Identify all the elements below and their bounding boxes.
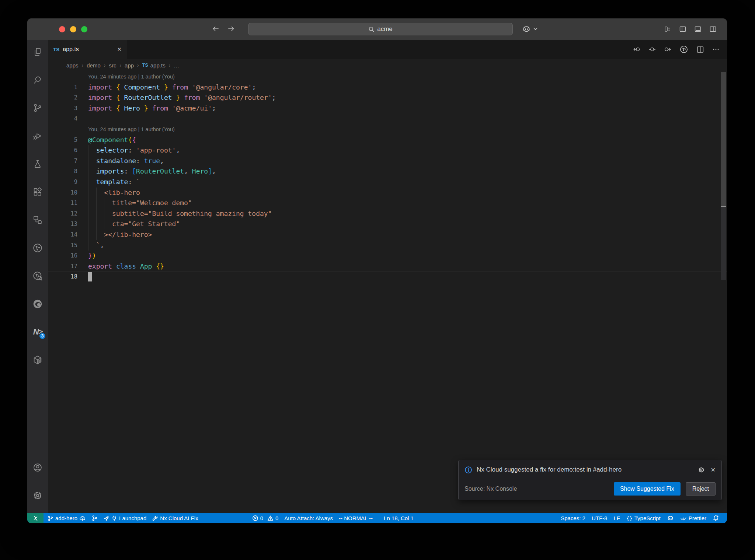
auto-attach-item[interactable]: Auto Attach: Always (284, 515, 333, 521)
toggle-panel-icon[interactable] (694, 25, 702, 33)
scrollbar-thumb[interactable] (721, 72, 726, 206)
tab-close-icon[interactable]: ✕ (117, 46, 122, 53)
code-line-7[interactable]: 7 standalone: true, (48, 156, 727, 167)
language-mode-item[interactable]: {} TypeScript (626, 515, 661, 521)
code-line-18[interactable]: 18 (48, 272, 727, 282)
code-line-13[interactable]: 13 cta="Get Started" (48, 219, 727, 230)
notification-toast: Nx Cloud suggested a fix for demo:test i… (458, 460, 722, 500)
code-line-5[interactable]: 5@Component({ (48, 135, 727, 146)
tab-app-ts[interactable]: TS app.ts ✕ (48, 40, 127, 59)
blame-annotation[interactable]: You, 24 minutes ago | 1 author (You) (48, 124, 727, 135)
code-line-15[interactable]: 15 `, (48, 240, 727, 251)
code-line-1[interactable]: 1import { Component } from '@angular/cor… (48, 82, 727, 93)
plug-icon (111, 515, 117, 521)
chevron-right-icon: › (137, 62, 139, 68)
customize-layout-icon[interactable] (664, 25, 671, 33)
code-line-6[interactable]: 6 selector: 'app-root', (48, 145, 727, 156)
copilot-menu[interactable] (522, 25, 537, 34)
zoom-window-button[interactable] (81, 26, 87, 32)
code-line-16[interactable]: 16}) (48, 251, 727, 261)
reject-button[interactable]: Reject (686, 482, 716, 495)
problems-item[interactable]: 0 0 (252, 515, 279, 521)
braces-icon: {} (626, 515, 633, 521)
copilot-icon (522, 25, 531, 34)
search-sidebar-icon[interactable] (32, 74, 43, 85)
editor-scrollbar[interactable] (721, 71, 726, 513)
remote-indicator[interactable] (27, 513, 44, 523)
code-line-4[interactable]: 4 (48, 113, 727, 124)
project-graph-icon[interactable] (32, 242, 43, 253)
cloud-upload-icon (79, 515, 86, 521)
formatter-item[interactable]: Prettier (680, 515, 706, 521)
breadcrumb-item[interactable]: … (174, 62, 179, 69)
nx-cloud-ai-fix-item[interactable]: Nx Cloud AI Fix (152, 515, 198, 521)
code-line-11[interactable]: 11 title="Welcmoe demo" (48, 198, 727, 209)
toggle-sidebar-right-icon[interactable] (709, 25, 717, 33)
code-line-8[interactable]: 8 imports: [RouterOutlet, Hero], (48, 166, 727, 177)
code-line-14[interactable]: 14 ></lib-hero> (48, 230, 727, 240)
container-package-icon[interactable] (32, 354, 43, 365)
code-line-3[interactable]: 3import { Hero } from '@acme/ui'; (48, 103, 727, 114)
navigate-forward-icon[interactable] (227, 25, 235, 33)
graph-circle-icon[interactable] (679, 45, 688, 54)
tab-label: app.ts (63, 46, 79, 53)
eol-item[interactable]: LF (613, 515, 620, 521)
breadcrumb-item[interactable]: apps (66, 62, 79, 69)
navigate-back-icon[interactable] (212, 25, 220, 33)
source-control-icon[interactable] (32, 102, 43, 113)
next-change-icon[interactable] (664, 46, 671, 53)
commit-graph-item[interactable] (91, 515, 98, 521)
code-line-9[interactable]: 9 template: ` (48, 177, 727, 188)
close-window-button[interactable] (59, 26, 65, 32)
show-suggested-fix-button[interactable]: Show Suggested Fix (614, 482, 681, 495)
status-bar: add-hero Launchpad Nx Cloud AI Fix 0 0 (27, 513, 727, 523)
edge-browser-icon[interactable] (32, 298, 43, 309)
tab-bar: TS app.ts ✕ (48, 40, 727, 59)
code-line-12[interactable]: 12 subtitle="Build something amazing tod… (48, 209, 727, 219)
encoding-item[interactable]: UTF-8 (592, 515, 608, 521)
explorer-icon[interactable] (32, 46, 43, 57)
commit-node-icon[interactable] (648, 46, 656, 53)
typescript-file-icon: TS (53, 47, 59, 52)
graph-search-icon[interactable] (32, 270, 43, 281)
minimize-window-button[interactable] (70, 26, 76, 32)
chevron-right-icon: › (169, 62, 171, 68)
vim-mode-item[interactable]: -- NORMAL -- (339, 515, 373, 521)
toggle-sidebar-left-icon[interactable] (679, 25, 686, 33)
breadcrumb-item[interactable]: app (125, 62, 134, 69)
code-line-2[interactable]: 2import { RouterOutlet } from '@angular/… (48, 92, 727, 103)
split-editor-icon[interactable] (696, 46, 704, 53)
nx-console-icon[interactable]: N>3 (32, 326, 43, 337)
breadcrumb-item[interactable]: src (109, 62, 116, 69)
more-actions-icon[interactable] (712, 46, 720, 53)
rocket-icon (104, 515, 109, 521)
account-icon[interactable] (32, 462, 43, 473)
breadcrumb-item[interactable]: app.ts (150, 62, 166, 69)
code-line-10[interactable]: 10 <lib-hero (48, 188, 727, 198)
blame-annotation[interactable]: You, 24 minutes ago | 1 author (You) (48, 71, 727, 82)
settings-gear-icon[interactable] (32, 490, 43, 501)
cursor-position-item[interactable]: Ln 18, Col 1 (384, 515, 414, 521)
extensions-icon[interactable] (32, 186, 43, 197)
run-debug-icon[interactable] (32, 130, 43, 141)
chevron-right-icon: › (82, 62, 84, 68)
info-icon (465, 466, 472, 474)
double-check-icon (680, 515, 687, 521)
error-icon (252, 515, 258, 521)
code-editor[interactable]: You, 24 minutes ago | 1 author (You)1imp… (48, 71, 727, 513)
notification-close-icon[interactable]: ✕ (711, 466, 716, 473)
indentation-item[interactable]: Spaces: 2 (561, 515, 585, 521)
testing-icon[interactable] (32, 158, 43, 169)
launchpad-item[interactable]: Launchpad (104, 515, 146, 521)
copilot-status-icon[interactable] (667, 515, 674, 522)
related-views-icon[interactable] (32, 214, 43, 225)
previous-change-icon[interactable] (633, 46, 640, 53)
notifications-bell-icon[interactable] (713, 515, 719, 521)
git-branch-item[interactable]: add-hero (48, 515, 86, 521)
code-line-17[interactable]: 17export class App {} (48, 261, 727, 272)
notification-source: Source: Nx Console (465, 486, 614, 492)
command-center[interactable]: acme (248, 23, 513, 35)
notification-title: Nx Cloud suggested a fix for demo:test i… (477, 466, 693, 473)
breadcrumb-item[interactable]: demo (87, 62, 101, 69)
notification-settings-gear-icon[interactable] (698, 466, 705, 473)
